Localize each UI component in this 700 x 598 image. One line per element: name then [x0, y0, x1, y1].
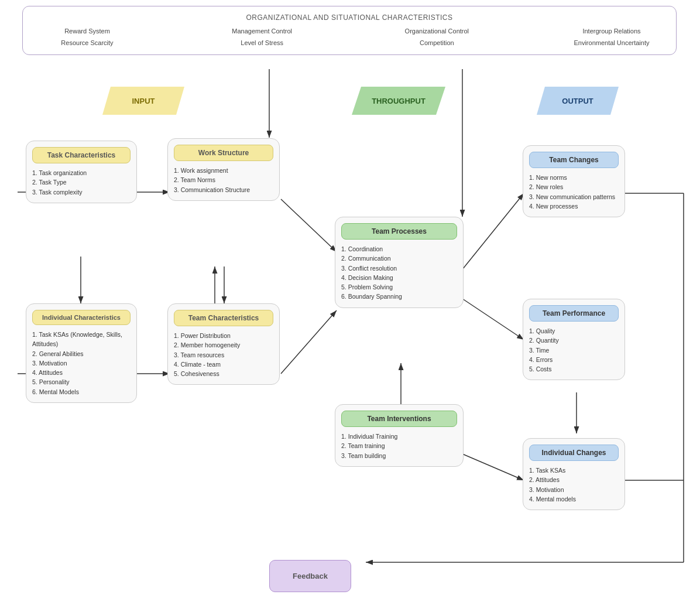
individual-char-list: 1. Task KSAs (Knowledge, Skills, Attitud…: [32, 330, 131, 397]
individual-changes-label: Individual Changes: [529, 445, 619, 461]
list-item: 1. Work assignment: [174, 166, 273, 175]
team-processes-label: Team Processes: [341, 223, 457, 240]
list-item: 1. Individual Training: [341, 432, 457, 441]
team-performance-label: Team Performance: [529, 305, 619, 322]
list-item: 5. Costs: [529, 364, 619, 374]
svg-line-16: [462, 454, 524, 480]
feedback-label: Feedback: [293, 572, 328, 580]
team-interventions-label: Team Interventions: [341, 411, 457, 427]
list-item: 1. Task organization: [32, 168, 131, 177]
org-col-3: Organizational Control Competition: [390, 28, 483, 46]
list-item: 4. Mental models: [529, 494, 619, 504]
list-item: 3. Conflict resolution: [341, 264, 457, 273]
team-characteristics-box: Team Characteristics 1. Power Distributi…: [167, 303, 280, 385]
list-item: 2. Member homogeneity: [174, 340, 273, 350]
list-item: 5. Problem Solving: [341, 282, 457, 292]
list-item: 1. Coordination: [341, 244, 457, 254]
svg-line-11: [281, 199, 337, 252]
list-item: 4. Attitudes: [32, 368, 131, 377]
individual-characteristics-box: Individual Characteristics 1. Task KSAs …: [26, 303, 137, 403]
feedback-box: Feedback: [269, 560, 351, 592]
list-item: 3. Time: [529, 346, 619, 355]
individual-char-label: Individual Characteristics: [32, 310, 131, 325]
throughput-label: THROUGHPUT: [352, 87, 445, 115]
list-item: 3. Motivation: [529, 485, 619, 494]
list-item: 4. Errors: [529, 355, 619, 364]
org-item: Management Control: [232, 28, 292, 35]
list-item: 6. Boundary Spanning: [341, 292, 457, 301]
org-item: Competition: [420, 39, 454, 46]
individual-changes-list: 1. Task KSAs 2. Attitudes 3. Motivation …: [529, 466, 619, 504]
work-structure-box: Work Structure 1. Work assignment 2. Tea…: [167, 138, 280, 201]
task-characteristics-list: 1. Task organization 2. Task Type 3. Tas…: [32, 168, 131, 197]
work-structure-label: Work Structure: [174, 145, 273, 161]
team-char-label: Team Characteristics: [174, 310, 273, 326]
org-items: Reward System Resource Scarcity Manageme…: [40, 28, 658, 46]
list-item: 2. Team training: [341, 441, 457, 450]
work-structure-list: 1. Work assignment 2. Team Norms 3. Comm…: [174, 166, 273, 194]
list-item: 2. Quantity: [529, 336, 619, 345]
list-item: 3. Communication Structure: [174, 185, 273, 194]
list-item: 3. Team building: [341, 451, 457, 460]
list-item: 3. Task complexity: [32, 187, 131, 197]
list-item: 2. Task Type: [32, 177, 131, 187]
team-performance-box: Team Performance 1. Quality 2. Quantity …: [523, 299, 625, 380]
list-item: 2. New roles: [529, 182, 619, 192]
team-processes-box: Team Processes 1. Coordination 2. Commun…: [335, 217, 464, 308]
list-item: 3. New communication patterns: [529, 192, 619, 201]
list-item: 5. Personality: [32, 377, 131, 387]
org-title: ORGANIZATIONAL AND SITUATIONAL CHARACTER…: [40, 13, 658, 22]
org-item: Resource Scarcity: [61, 39, 113, 46]
org-item: Environmental Uncertainty: [574, 39, 649, 46]
input-label: INPUT: [102, 87, 184, 115]
list-item: 1. Task KSAs: [529, 466, 619, 475]
output-label: OUTPUT: [537, 87, 619, 115]
team-changes-list: 1. New norms 2. New roles 3. New communi…: [529, 173, 619, 211]
org-col-4: Intergroup Relations Environmental Uncer…: [565, 28, 658, 46]
list-item: 6. Mental Models: [32, 387, 131, 397]
team-performance-list: 1. Quality 2. Quantity 3. Time 4. Errors…: [529, 326, 619, 374]
org-item: Reward System: [64, 28, 110, 35]
org-item: Level of Stress: [241, 39, 283, 46]
list-item: 1. New norms: [529, 173, 619, 182]
task-characteristics-label: Task Characteristics: [32, 147, 131, 163]
svg-line-12: [281, 310, 337, 374]
team-changes-label: Team Changes: [529, 152, 619, 168]
list-item: 2. Communication: [341, 254, 457, 263]
list-item: 2. Attitudes: [529, 475, 619, 484]
task-characteristics-box: Task Characteristics 1. Task organizatio…: [26, 141, 137, 203]
list-item: 4. Climate - team: [174, 360, 273, 369]
org-col-1: Reward System Resource Scarcity: [40, 28, 134, 46]
list-item: 3. Motivation: [32, 358, 131, 368]
team-char-list: 1. Power Distribution 2. Member homogene…: [174, 331, 273, 378]
team-interventions-list: 1. Individual Training 2. Team training …: [341, 432, 457, 460]
list-item: 3. Team resources: [174, 350, 273, 360]
team-interventions-box: Team Interventions 1. Individual Trainin…: [335, 404, 464, 467]
individual-changes-box: Individual Changes 1. Task KSAs 2. Attit…: [523, 438, 625, 510]
list-item: 1. Power Distribution: [174, 331, 273, 340]
list-item: 2. Team Norms: [174, 175, 273, 184]
org-col-2: Management Control Level of Stress: [215, 28, 309, 46]
list-item: 2. General Abilities: [32, 349, 131, 358]
diagram-container: ORGANIZATIONAL AND SITUATIONAL CHARACTER…: [0, 0, 700, 598]
svg-line-14: [462, 299, 524, 340]
org-item: Intergroup Relations: [582, 28, 640, 35]
list-item: 5. Cohesiveness: [174, 369, 273, 378]
org-item: Organizational Control: [405, 28, 469, 35]
list-item: 4. Decision Making: [341, 273, 457, 282]
svg-line-13: [462, 193, 524, 269]
team-processes-list: 1. Coordination 2. Communication 3. Conf…: [341, 244, 457, 302]
org-box: ORGANIZATIONAL AND SITUATIONAL CHARACTER…: [22, 6, 677, 55]
list-item: 1. Task KSAs (Knowledge, Skills, Attitud…: [32, 330, 131, 349]
team-changes-box: Team Changes 1. New norms 2. New roles 3…: [523, 145, 625, 217]
list-item: 1. Quality: [529, 326, 619, 336]
list-item: 4. New processes: [529, 201, 619, 211]
